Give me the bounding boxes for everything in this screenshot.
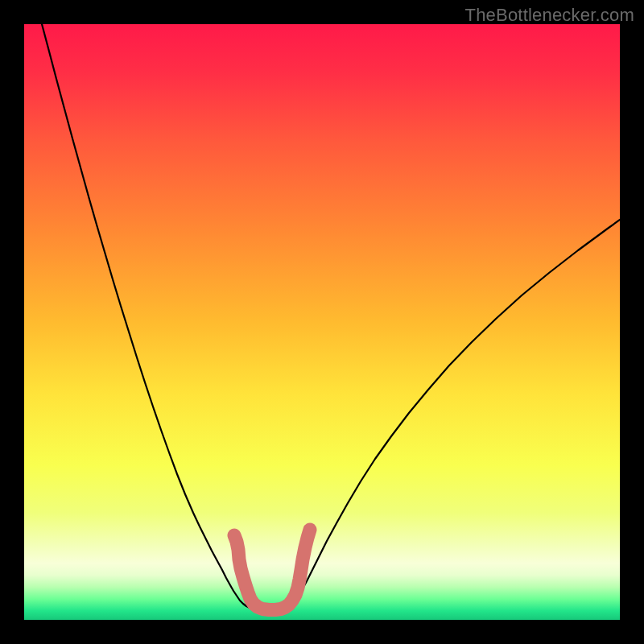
curve-layer	[24, 24, 620, 620]
plot-area	[24, 24, 620, 620]
curve-right	[283, 220, 620, 609]
curve-left	[42, 24, 255, 609]
outer-frame: TheBottlenecker.com	[0, 0, 644, 644]
watermark-text: TheBottlenecker.com	[465, 5, 634, 26]
marker-band	[234, 530, 310, 610]
